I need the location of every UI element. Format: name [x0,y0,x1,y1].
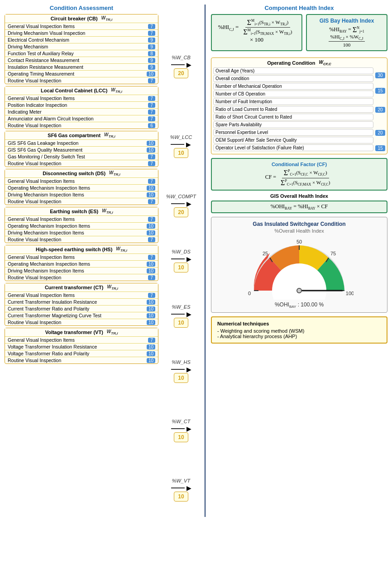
op-group-rows: Operator Level of Satisfaction (Failure … [213,144,373,152]
component-row: Voltage Transformer Ratio and Polarity10 [5,350,158,357]
row-value: 10 [147,262,155,267]
mid-item-ds: %W_DS ▶ 10 [171,233,191,288]
row-value: 7 [148,24,155,29]
component-title-ct: Current transformer (CT) WTR,i [5,283,158,292]
row-value: 7 [148,199,155,204]
row-value: 9 [148,44,155,49]
component-row: Routine Visual Inspection7 [5,160,158,167]
arrow-hs: ▶ [186,366,191,373]
arrow-line-es [171,314,185,315]
row-value: 10 [147,351,155,356]
row-value: 9 [148,65,155,70]
w-badge-cb: 20 [174,68,188,78]
row-label: Operating Mechanism Inspection Items [8,261,147,267]
component-row: Routine Visual Inspection10 [5,319,158,325]
component-row: Routine Visual Inspection7 [5,236,158,243]
op-row: Overall Age (Years) [213,67,373,74]
op-row-label: Ratio of Short Circuit Current to Rated [213,114,373,120]
w-label-hs: %W_HS [172,359,191,365]
component-block-sf6: SF6 Gas compartment WTR,iGIS SF6 Gas Lea… [5,131,158,167]
hi-formula-lhs: %HIC,J = [218,24,240,30]
component-row: Position Indicator Inspection7 [5,101,158,108]
row-value: 10 [147,320,155,325]
row-value: 10 [147,306,155,311]
row-label: General Visual Inspection Items [8,216,148,222]
row-label: Routine Visual Inspection [8,78,148,83]
components-container: Circuit breaker (CB) WTR,iGeneral Visual… [5,14,158,364]
wtr-label-es: WTR,i [102,208,113,215]
num-tech-title: Numerical techniques [217,321,381,326]
ohi-formula: %OHIBAY = %HIBAY × CF [271,203,328,210]
row-label: Electrical Control Mechanism [8,37,148,43]
row-label: General Visual Inspection Items [8,96,148,101]
mid-item-hs: %W_HS ▶ 10 [171,343,191,398]
num-tech-item: - Analytical hierarchy process (AHP) [217,334,381,339]
w-badge-vt: 10 [174,492,188,502]
row-value: 10 [147,344,155,349]
wtr-label-hs: WTR,i [116,246,127,253]
op-group: Number of Mechanical OperationNumber of … [213,83,385,98]
row-label: Routine Visual Inspection [8,237,148,242]
row-label: Routine Visual Inspection [8,123,148,128]
op-group-rows: Number of Fault InterruptionRatio of Loa… [213,98,373,121]
vertical-divider [205,5,206,517]
row-label: Driving Mechanism Inspection Items [8,268,147,273]
gauge-svg: 0 25 50 75 100 [245,236,354,300]
row-value: 7 [148,161,155,166]
row-value: 7 [148,154,155,159]
op-row-label: Overall Age (Years) [213,67,373,74]
row-label: Position Indicator Inspection [8,102,148,108]
row-value: 9 [148,58,155,63]
gauge-value: %OHIBAY : 100.00 % [215,301,383,309]
op-row-label: Number of CB Operation [213,91,373,97]
component-row: General Visual Inspection Items7 [5,23,158,29]
component-title-sf6: SF6 Gas compartment WTR,i [5,131,158,139]
row-value: 10 [147,72,155,76]
op-row: Spare Parts Availability [213,121,373,128]
wtr-label-ct: WTR,i [107,284,119,291]
svg-point-13 [297,289,301,292]
wtr-label-sf6: WTR,i [104,132,115,139]
op-group-rows: Overall Age (Years)Overall condition [213,67,373,83]
component-row: General Visual Inspection Items7 [5,95,158,101]
op-row-label: Personnel Expertise Level [213,129,373,136]
wtr-label-vt: WTR,i [107,329,118,335]
op-badge: 15 [375,145,385,151]
row-value: 7 [148,78,155,83]
row-value: 10 [147,224,155,229]
row-value: 7 [148,217,155,222]
operating-condition-box: Operating Condition WCF,C Overall Age (Y… [211,57,387,154]
overall-hi-label: GIS Overall Health Index [211,193,387,199]
ohi-formula-box: %OHIBAY = %HIBAY × CF [211,201,387,213]
component-row: General Visual Inspection Items7 [5,253,158,260]
mid-item-cb: %W_CB ▶ 20 [171,18,191,114]
arrow-line-lcc [171,144,184,145]
arrow-line-hs [171,369,185,370]
row-label: Routine Visual Inspection [8,275,148,280]
op-row: Number of CB Operation [213,91,373,97]
op-row-label: OEM Support/ After Sale Service Quality [213,137,373,143]
num-tech-item: - Weighting and scoring method (WSM) [217,328,381,334]
component-title-cb: Circuit breaker (CB) WTR,i [5,14,158,23]
op-row-label: Number of Mechanical Operation [213,83,373,90]
mid-item-sf6: %W_COMPT ▶ 20 [166,177,196,233]
row-label: Driving Mechanism Visual Inspection [8,30,148,36]
svg-text:25: 25 [263,251,268,256]
component-block-hs: High-speed earthing switch (HS) WTR,iGen… [5,245,158,281]
row-value: 7 [148,275,155,280]
row-label: Indicating Meter [8,109,148,115]
w-label-sf6: %W_COMPT [166,194,196,199]
row-value: 10 [147,230,155,235]
op-row-label: Number of Fault Interruption [213,98,373,105]
wtr-label-lcc: WTR,i [111,87,122,94]
row-value: 10 [147,192,155,197]
row-value: 6 [148,123,155,128]
wtr-label-cb: WTR,i [101,15,113,22]
component-row: Voltage Transformer Insulation Resistanc… [5,343,158,350]
row-label: General Visual Inspection Items [8,292,148,298]
row-value: 7 [148,103,155,108]
svg-text:100: 100 [346,291,354,296]
arrow-line-ds [171,258,185,259]
row-value: 10 [147,300,155,305]
row-label: Operating Timing Measurement [8,71,147,76]
